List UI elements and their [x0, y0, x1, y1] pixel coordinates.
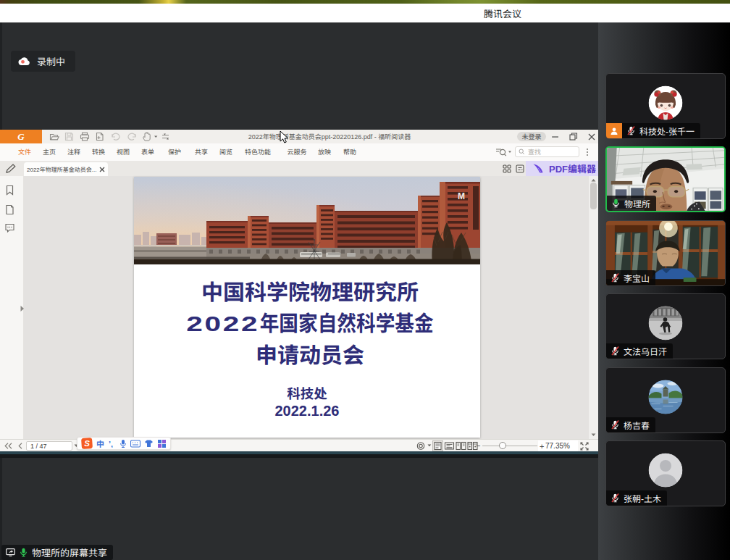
- menu-comment[interactable]: 注释: [67, 143, 80, 161]
- menu-file[interactable]: 文件: [18, 143, 31, 161]
- new-document-icon[interactable]: [95, 132, 104, 141]
- participant-name: 李宝山: [624, 272, 650, 284]
- menu-help[interactable]: 帮助: [343, 143, 356, 161]
- slide-title: 中国科学院物理研究所 2022年国家自然科学基金 申请动员会: [137, 275, 483, 370]
- share-mic-on-icon: [20, 548, 28, 557]
- prev-page-icon[interactable]: [18, 443, 22, 449]
- find-tool-icon[interactable]: [495, 147, 512, 157]
- menu-features[interactable]: 特色功能: [245, 143, 271, 161]
- annotate-pencil-icon[interactable]: [5, 163, 17, 174]
- restore-button[interactable]: [568, 131, 579, 142]
- login-status-pill[interactable]: 未登录: [517, 132, 546, 141]
- pdf-editor-button[interactable]: PDF编辑器: [526, 161, 598, 176]
- mic-muted-icon: [611, 346, 620, 356]
- minimize-button[interactable]: [550, 131, 561, 142]
- redo-icon[interactable]: [127, 132, 137, 141]
- ime-tools-icon[interactable]: [157, 439, 167, 448]
- hand-tool-icon[interactable]: [142, 132, 158, 141]
- participant-tile-3[interactable]: 李宝山: [605, 220, 726, 286]
- mic-muted-icon: [611, 420, 620, 430]
- mic-muted-icon: [611, 493, 620, 503]
- menu-convert[interactable]: 转换: [92, 143, 105, 161]
- menu-protect[interactable]: 保护: [168, 143, 181, 161]
- document-tab[interactable]: 2022年物理所基金动员会...: [24, 162, 108, 176]
- zoom-slider-handle[interactable]: [499, 442, 506, 449]
- close-button[interactable]: [586, 131, 597, 142]
- fit-width-view-icon[interactable]: [444, 440, 455, 451]
- shared-screen-bottom-edge: [0, 454, 598, 459]
- meeting-app-title: 腾讯会议: [484, 4, 521, 22]
- share-banner-text: 物理所的屏幕共享: [32, 546, 107, 559]
- participant-tile-1[interactable]: 科技处-张千一: [605, 73, 726, 139]
- pdf-tabbar: 2022年物理所基金动员会... PDF编辑器: [0, 161, 598, 176]
- participant-name-row: 物理所: [607, 196, 656, 211]
- close-tab-icon[interactable]: [99, 167, 105, 172]
- menu-form[interactable]: 表单: [141, 143, 154, 161]
- avatar-lake-photo-image: [649, 380, 683, 414]
- zoom-slider-track[interactable]: [482, 446, 537, 446]
- two-page-view-icon[interactable]: [456, 440, 466, 451]
- pdf-menubar: 文件 主页 注释 转换 视图 表单 保护 共享 阅览 特色功能 云服务 放映 帮…: [0, 143, 598, 161]
- participant-name: 科技处-张千一: [639, 125, 695, 137]
- page-number-box[interactable]: 1 / 47: [26, 441, 72, 451]
- quill-icon: [532, 163, 545, 175]
- comments-icon[interactable]: [4, 222, 15, 233]
- participant-name-row: 杨吉春: [606, 417, 655, 432]
- pdf-titlebar: G: [0, 130, 598, 143]
- expand-panel-arrow[interactable]: [20, 305, 25, 312]
- ime-keyboard-icon[interactable]: [130, 440, 140, 448]
- navigation-panel: [0, 176, 24, 439]
- bookmarks-icon[interactable]: [4, 185, 15, 196]
- save-icon[interactable]: [64, 132, 74, 141]
- scroll-up-arrow[interactable]: [591, 178, 596, 182]
- menu-view[interactable]: 视图: [117, 143, 130, 161]
- vertical-scrollbar[interactable]: [589, 176, 598, 439]
- fullscreen-icon[interactable]: [580, 442, 589, 451]
- scroll-down-arrow[interactable]: [591, 433, 596, 437]
- find-input[interactable]: 查找: [515, 146, 579, 157]
- menu-home[interactable]: 主页: [43, 143, 56, 161]
- ime-punctuation-icon[interactable]: ’,: [108, 439, 116, 448]
- participant-name: 文法乌日汗: [624, 345, 667, 357]
- sogou-ime-toolbar: S 中 ’,: [77, 437, 171, 450]
- host-person-icon: [610, 127, 618, 135]
- ime-punct-glyph: ’,: [109, 440, 113, 448]
- participant-tile-5[interactable]: 杨吉春: [605, 367, 726, 433]
- customize-toolbar-icon[interactable]: [161, 132, 171, 141]
- ime-cn-mode-icon[interactable]: 中: [96, 438, 104, 449]
- print-icon[interactable]: [80, 132, 90, 141]
- avatar-default: [649, 454, 683, 488]
- more-options-icon[interactable]: [585, 147, 590, 157]
- zoom-in-button[interactable]: +: [540, 440, 544, 451]
- participant-tile-2[interactable]: 物理所: [605, 146, 726, 212]
- single-page-view-icon[interactable]: [432, 440, 443, 451]
- undo-icon[interactable]: [111, 132, 121, 141]
- participant-name-label: 文法乌日汗: [606, 343, 673, 359]
- pages-icon[interactable]: [4, 204, 15, 215]
- participant-name-row: 科技处-张千一: [606, 123, 700, 138]
- grid-view-icon[interactable]: [503, 164, 511, 173]
- zoom-target-icon[interactable]: [416, 442, 432, 450]
- cloud-recording-icon: [18, 57, 30, 66]
- zoom-out-button[interactable]: −: [476, 439, 480, 451]
- ime-mic-icon[interactable]: [119, 439, 127, 448]
- participant-name-label: 物理所: [607, 196, 656, 211]
- ime-skin-icon[interactable]: [144, 439, 154, 448]
- window-title: 2022年物理所基金动员会ppt-20220126.pdf - 福昕阅读器: [248, 130, 411, 143]
- menu-present[interactable]: 放映: [318, 143, 331, 161]
- scrollbar-thumb[interactable]: [590, 183, 597, 209]
- reading-list-icon[interactable]: [516, 164, 524, 173]
- sogou-logo-icon[interactable]: S: [81, 438, 93, 449]
- menu-cloud[interactable]: 云服务: [287, 143, 306, 161]
- first-page-icon[interactable]: [4, 443, 12, 449]
- search-icon: [519, 149, 525, 155]
- zoom-percent: 77.35%: [545, 440, 570, 451]
- pdf-reader-window: G: [0, 130, 598, 451]
- participant-tile-6[interactable]: 张朝-土木: [605, 440, 726, 506]
- participant-name: 物理所: [624, 197, 650, 209]
- menu-share[interactable]: 共享: [195, 143, 208, 161]
- open-file-icon[interactable]: [49, 132, 59, 141]
- app-logo[interactable]: G: [0, 130, 42, 143]
- participant-tile-4[interactable]: 文法乌日汗: [605, 293, 726, 359]
- menu-read[interactable]: 阅览: [219, 143, 232, 161]
